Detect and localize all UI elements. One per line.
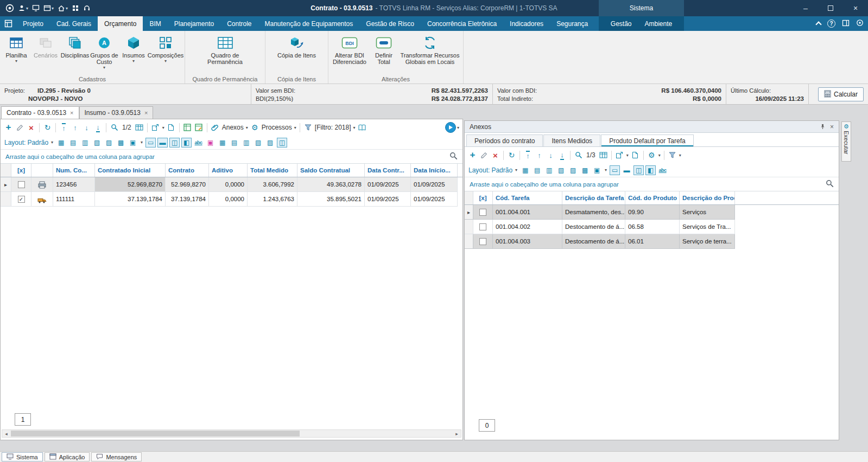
close-tab-icon[interactable]: ×	[144, 110, 148, 116]
add-button[interactable]: +	[3, 122, 14, 133]
table-row[interactable]: 001.004.002 Destocamento de á... 06.58 S…	[465, 220, 735, 234]
pivot-view-icon[interactable]: ▩	[580, 165, 590, 175]
run-button[interactable]	[445, 122, 456, 133]
column-chooser-button[interactable]	[134, 122, 145, 133]
row-checkbox[interactable]	[18, 181, 25, 188]
table-row[interactable]: ▸ 001.004.001 Desmatamento, des... 09.90…	[465, 205, 735, 220]
run-caret-icon[interactable]: ▾	[457, 125, 459, 130]
full-screen-icon[interactable]: ◫	[277, 138, 287, 147]
table-row[interactable]: ▸ 123456 52.969,8270 52.969,8270 0,0000 …	[1, 177, 458, 192]
tab-produto-default-por-tarefa[interactable]: Produto Default por Tarefa	[601, 134, 694, 146]
new-window-icon[interactable]: ▦	[217, 138, 227, 147]
next-record-button[interactable]: ↓	[545, 150, 556, 161]
tab-gestao[interactable]: Gestão	[604, 16, 638, 31]
view-split-icon[interactable]: ◫	[633, 165, 644, 175]
last-record-button[interactable]: ↓	[92, 122, 104, 133]
maximize-button[interactable]	[818, 0, 843, 16]
spell-check-icon[interactable]: abc	[657, 165, 668, 175]
view-single-icon[interactable]: ▭	[145, 138, 156, 147]
tab-bim[interactable]: BIM	[143, 16, 167, 31]
layout-select[interactable]: Padrão	[27, 139, 48, 146]
ribbon-item-composicoes[interactable]: Composições ▾	[148, 33, 183, 63]
record-count-box[interactable]: 1	[15, 413, 31, 426]
edit-button[interactable]	[14, 122, 26, 133]
processes-caret-icon[interactable]: ▾	[658, 153, 661, 158]
anexos-group-by-bar[interactable]: Arraste aqui o cabeçalho de uma coluna p…	[465, 177, 839, 191]
executar-side-tab[interactable]: ⚙ Executar	[841, 121, 851, 162]
apps-grid-icon[interactable]	[72, 3, 79, 13]
menu-logo-icon[interactable]	[0, 16, 16, 31]
grid-search-icon[interactable]	[826, 179, 834, 189]
help-icon[interactable]: ?	[827, 20, 835, 28]
tab-indicadores[interactable]: Indicadores	[503, 16, 550, 31]
best-fit-columns-icon[interactable]: ▥	[80, 138, 90, 147]
ribbon-item-alterar-bdi[interactable]: BDI Alterar BDI Diferenciado	[330, 33, 369, 65]
headset-icon[interactable]	[83, 3, 91, 13]
chart-caret-icon[interactable]: ▾	[141, 140, 143, 145]
header-aditivo[interactable]: Aditivo	[209, 164, 248, 177]
tab-ambiente[interactable]: Ambiente	[638, 16, 679, 31]
next-record-button[interactable]: ↓	[81, 122, 92, 133]
search-button[interactable]	[573, 150, 584, 161]
ribbon-item-copia-de-itens[interactable]: Cópia de Itens	[277, 33, 316, 59]
first-record-button[interactable]: ↑	[522, 150, 534, 161]
row-auto-height-icon[interactable]: ▨	[104, 138, 114, 147]
filter-caret-icon[interactable]: ▾	[679, 153, 681, 158]
horizontal-scrollbar[interactable]: ◂ ▸	[2, 429, 461, 438]
pivot-view-icon[interactable]: ▩	[116, 138, 126, 147]
table-row[interactable]: 001.004.003 Destocamento de á... 06.01 S…	[465, 234, 735, 249]
edit-button[interactable]	[478, 150, 490, 161]
row-checkbox[interactable]	[479, 238, 486, 245]
view-rows-icon[interactable]: ▬	[157, 138, 168, 147]
filter-icon[interactable]	[667, 150, 678, 161]
help-book-icon[interactable]	[357, 122, 368, 133]
ribbon-item-disciplinas[interactable]: Disciplinas	[60, 33, 90, 59]
doc-tab-insumo[interactable]: Insumo - 03.9.0513 ×	[79, 106, 154, 119]
header-icon-column[interactable]	[31, 164, 53, 177]
collapse-groups-icon[interactable]: ▤	[68, 138, 78, 147]
filter-caret-icon[interactable]: ▾	[353, 125, 356, 130]
row-checkbox[interactable]: ✓	[18, 196, 25, 203]
close-panel-icon[interactable]: ×	[830, 123, 834, 131]
processes-icon[interactable]: ⚙	[646, 150, 657, 161]
copy-document-button[interactable]	[630, 150, 641, 161]
save-layout-icon[interactable]: ▧	[253, 138, 263, 147]
close-button[interactable]: ×	[843, 0, 868, 16]
filter-button[interactable]: [Filtro: 2018]	[315, 124, 351, 131]
ribbon-item-quadro-de-permanencia[interactable]: Quadro de Permanência	[199, 33, 251, 65]
header-contrato[interactable]: Contrato	[166, 164, 209, 177]
tab-planejamento[interactable]: Planejamento	[168, 16, 220, 31]
ribbon-item-grupos-de-custo[interactable]: A Grupos de Custo ▾	[90, 33, 119, 70]
export-button[interactable]	[614, 150, 625, 161]
tab-itens-medidos[interactable]: Itens Medidos	[543, 134, 600, 146]
print-grid-icon[interactable]: ▥	[241, 138, 251, 147]
header-select-all[interactable]: [x]	[473, 191, 493, 204]
theme-icon[interactable]	[856, 19, 864, 28]
attachments-button[interactable]: Anexos	[222, 124, 244, 131]
tab-gestao-de-risco[interactable]: Gestão de Risco	[359, 16, 421, 31]
first-record-button[interactable]: ↑	[58, 122, 69, 133]
delete-button[interactable]: ×	[490, 150, 501, 161]
header-contratado-inicial[interactable]: Contratado Inicial	[95, 164, 166, 177]
delete-button[interactable]: ×	[26, 122, 37, 133]
header-descricao-produto[interactable]: Descrição do Prod...	[680, 191, 735, 204]
previous-record-button[interactable]: ↑	[69, 122, 81, 133]
header-saldo-contratual[interactable]: Saldo Contratual	[297, 164, 365, 177]
view-single-icon[interactable]: ▭	[610, 165, 620, 175]
app-logo-icon[interactable]	[5, 3, 14, 13]
reset-layout-icon[interactable]: ▨	[265, 138, 275, 147]
statusbar-tab-mensagens[interactable]: Mensagens	[91, 452, 142, 461]
record-count-box[interactable]: 0	[479, 419, 495, 432]
home-icon[interactable]: ▾	[58, 3, 68, 13]
view-columns-icon[interactable]: ◧	[181, 138, 192, 147]
ribbon-item-planilha[interactable]: Planilha ▾	[2, 33, 31, 63]
layout-caret-icon[interactable]: ▾	[515, 168, 517, 172]
processes-caret-icon[interactable]: ▾	[294, 125, 296, 130]
column-chooser-button[interactable]	[598, 150, 609, 161]
ribbon-item-transformar-recursos[interactable]: Transformar Recursos Globais em Locais	[398, 33, 461, 65]
ribbon-item-cenarios[interactable]: Cenários	[31, 33, 60, 59]
header-descricao-tarefa[interactable]: Descrição da Tarefa	[562, 191, 625, 204]
expand-groups-icon[interactable]: ▦	[520, 165, 530, 175]
view-columns-icon[interactable]: ◧	[645, 165, 656, 175]
header-cod-produto[interactable]: Cód. do Produto	[625, 191, 680, 204]
